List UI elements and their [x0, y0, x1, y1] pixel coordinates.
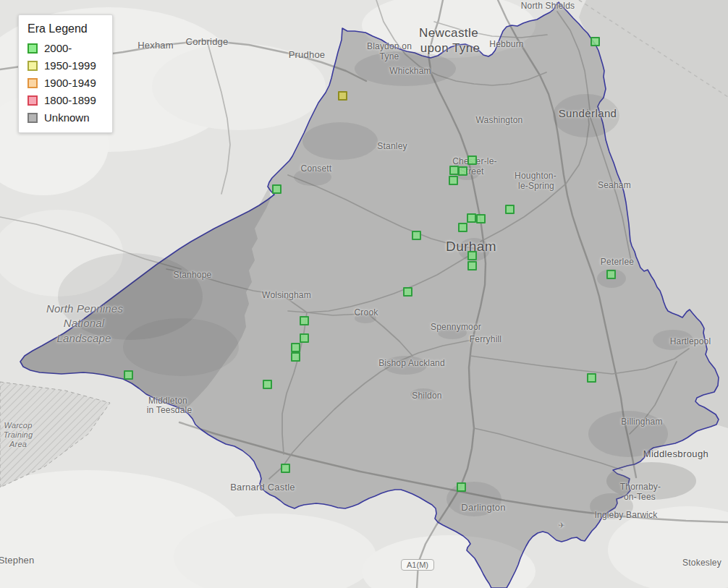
- legend-item-label: 1800-1899: [44, 94, 96, 106]
- era-marker[interactable]: [338, 91, 347, 101]
- legend-item-1950-1999: 1950-1999: [27, 59, 103, 72]
- era-marker[interactable]: [124, 370, 133, 380]
- legend-item-label: 1950-1999: [44, 59, 96, 72]
- era-marker[interactable]: [591, 37, 600, 46]
- legend-swatch-icon: [27, 78, 38, 88]
- legend-item-unknown: Unknown: [27, 111, 103, 124]
- legend-swatch-icon: [27, 61, 38, 71]
- road-shield-a1m: A1(M): [401, 559, 434, 571]
- era-marker[interactable]: [587, 373, 596, 383]
- legend-title: Era Legend: [27, 22, 103, 35]
- era-legend: Era Legend 2000-1950-19991900-19491800-1…: [18, 14, 113, 133]
- legend-item-1900-1949: 1900-1949: [27, 77, 103, 89]
- era-marker[interactable]: [458, 166, 467, 176]
- era-marker[interactable]: [281, 464, 290, 473]
- era-marker[interactable]: [467, 213, 476, 223]
- era-marker[interactable]: [467, 155, 477, 165]
- legend-swatch-icon: [27, 43, 38, 54]
- legend-item-label: Unknown: [44, 111, 90, 124]
- era-marker[interactable]: [403, 287, 412, 297]
- era-marker[interactable]: [606, 270, 616, 279]
- era-marker[interactable]: [272, 184, 282, 194]
- era-marker[interactable]: [291, 352, 300, 362]
- era-marker[interactable]: [291, 343, 300, 352]
- legend-item-label: 2000-: [44, 42, 72, 54]
- era-marker[interactable]: [505, 205, 515, 214]
- era-marker[interactable]: [412, 231, 421, 240]
- legend-swatch-icon: [27, 95, 38, 106]
- legend-swatch-icon: [27, 113, 38, 123]
- era-marker[interactable]: [458, 223, 467, 232]
- era-marker[interactable]: [467, 261, 477, 270]
- era-marker[interactable]: [467, 251, 477, 260]
- era-marker[interactable]: [300, 316, 309, 325]
- legend-item-label: 1900-1949: [44, 77, 96, 89]
- map-screenshot: Newcastleupon TyneNorth ShieldsHexhamCor…: [0, 0, 728, 588]
- era-marker[interactable]: [300, 333, 309, 343]
- era-marker[interactable]: [263, 380, 272, 389]
- era-marker[interactable]: [476, 214, 486, 223]
- legend-item-1800-1899: 1800-1899: [27, 94, 103, 106]
- era-marker[interactable]: [457, 482, 466, 492]
- legend-item-2000-: 2000-: [27, 42, 103, 54]
- era-marker[interactable]: [449, 176, 458, 185]
